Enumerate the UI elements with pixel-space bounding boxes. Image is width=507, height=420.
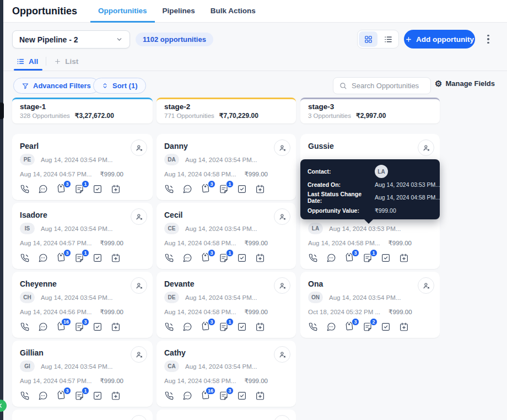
note-icon[interactable]: 3 — [219, 391, 229, 401]
call-icon[interactable] — [164, 184, 175, 195]
list-view-button[interactable] — [379, 31, 397, 47]
opportunity-card[interactable]: Devante DE Aug 14, 2024 03:54 PM... Aug … — [157, 272, 296, 338]
call-icon[interactable] — [20, 184, 30, 195]
task-icon[interactable] — [93, 184, 103, 195]
opportunity-card[interactable]: Ona ON Aug 14, 2024 03:54 PM... Oct 18, … — [300, 272, 440, 338]
tag-icon[interactable]: 3 — [56, 184, 67, 195]
note-icon[interactable]: 2 — [363, 322, 373, 332]
message-icon[interactable] — [182, 253, 193, 263]
message-icon[interactable] — [38, 322, 48, 332]
add-opportunity-button[interactable]: Add opportunity — [404, 30, 475, 49]
opportunity-card[interactable] — [12, 410, 153, 420]
task-icon[interactable] — [93, 322, 103, 332]
pipeline-selector[interactable]: New Pipeline - 2 — [12, 30, 130, 49]
opportunity-card[interactable]: Isadore IS Aug 14, 2024 03:54 PM... Aug … — [12, 203, 153, 269]
add-list-tab[interactable]: List — [50, 57, 83, 66]
call-icon[interactable] — [164, 253, 175, 263]
calendar-plus-icon[interactable] — [255, 184, 266, 195]
opportunity-card[interactable]: Danny DA Aug 14, 2024 03:54 PM... Aug 14… — [157, 134, 296, 200]
tag-icon[interactable]: 3 — [56, 253, 67, 263]
advanced-filters-button[interactable]: Advanced Filters — [13, 78, 99, 94]
note-icon[interactable]: 1 — [219, 253, 229, 263]
tab-pipelines[interactable]: Pipelines — [155, 0, 203, 23]
tab-all[interactable]: All — [12, 57, 42, 66]
assign-contact-button[interactable] — [418, 277, 434, 294]
tag-icon[interactable]: 3 — [344, 253, 355, 263]
manage-fields-button[interactable]: ⚙ Manage Fields — [435, 79, 495, 88]
task-icon[interactable] — [237, 391, 247, 401]
stage-count: 3 Opportunities — [308, 112, 351, 119]
task-icon[interactable] — [381, 322, 391, 332]
calendar-plus-icon[interactable] — [255, 322, 266, 332]
call-icon[interactable] — [308, 322, 319, 332]
task-icon[interactable] — [237, 184, 247, 195]
assign-contact-button[interactable] — [274, 346, 290, 363]
assign-contact-button[interactable] — [131, 277, 147, 294]
call-icon[interactable] — [164, 322, 175, 332]
sort-button[interactable]: Sort (1) — [93, 78, 146, 94]
assign-contact-button[interactable] — [418, 139, 434, 156]
opportunity-card[interactable]: Pearl PE Aug 14, 2024 03:54 PM... Aug 14… — [12, 134, 153, 200]
kebab-menu-icon[interactable] — [482, 32, 495, 46]
message-icon[interactable] — [326, 253, 337, 263]
assign-contact-button[interactable] — [274, 415, 290, 420]
note-icon[interactable]: 1 — [74, 184, 85, 195]
call-icon[interactable] — [20, 253, 30, 263]
calendar-plus-icon[interactable] — [111, 391, 121, 401]
call-icon[interactable] — [164, 391, 175, 401]
calendar-plus-icon[interactable] — [255, 391, 266, 401]
call-icon[interactable] — [20, 391, 30, 401]
tag-icon[interactable]: 16 — [56, 322, 67, 332]
note-icon[interactable]: 1 — [363, 253, 373, 263]
message-icon[interactable] — [38, 391, 48, 401]
note-icon[interactable]: 1 — [74, 391, 85, 401]
message-icon[interactable] — [182, 184, 193, 195]
assign-contact-button[interactable] — [274, 139, 290, 156]
tag-icon[interactable]: 3 — [201, 184, 211, 195]
message-icon[interactable] — [182, 391, 193, 401]
calendar-plus-icon[interactable] — [255, 253, 266, 263]
task-icon[interactable] — [93, 253, 103, 263]
calendar-plus-icon[interactable] — [399, 253, 409, 263]
assign-contact-button[interactable] — [274, 277, 290, 294]
message-icon[interactable] — [38, 253, 48, 263]
task-icon[interactable] — [237, 253, 247, 263]
opportunity-card[interactable]: Cheyenne CH Aug 14, 2024 03:54 PM... Aug… — [12, 272, 153, 338]
tag-icon[interactable]: 3 — [56, 391, 67, 401]
tab-opportunities[interactable]: Opportunities — [90, 0, 155, 23]
assign-contact-button[interactable] — [131, 346, 147, 363]
grid-view-button[interactable] — [359, 31, 377, 47]
sidebar-expand-button[interactable] — [0, 400, 7, 412]
call-icon[interactable] — [20, 322, 30, 332]
opportunity-card[interactable] — [157, 410, 296, 420]
note-icon[interactable]: 1 — [219, 184, 229, 195]
tag-icon[interactable]: 16 — [201, 391, 211, 401]
assign-contact-button[interactable] — [131, 139, 147, 156]
list-view-icon — [384, 35, 393, 44]
opportunity-card[interactable]: Gillian GI Aug 14, 2024 03:54 PM... Aug … — [12, 341, 153, 407]
assign-contact-button[interactable] — [274, 208, 290, 225]
calendar-plus-icon[interactable] — [111, 322, 121, 332]
search-input[interactable] — [352, 82, 423, 90]
assign-contact-button[interactable] — [131, 208, 147, 225]
message-icon[interactable] — [182, 322, 193, 332]
task-icon[interactable] — [381, 253, 391, 263]
note-icon[interactable]: 1 — [219, 322, 229, 332]
assign-contact-button[interactable] — [131, 415, 147, 420]
tag-icon[interactable]: 3 — [201, 322, 211, 332]
calendar-plus-icon[interactable] — [111, 253, 121, 263]
calendar-plus-icon[interactable] — [399, 322, 409, 332]
tag-icon[interactable]: 3 — [344, 322, 355, 332]
opportunity-card[interactable]: Cecil CE Aug 14, 2024 03:54 PM... Aug 14… — [157, 203, 296, 269]
call-icon[interactable] — [308, 253, 319, 263]
calendar-plus-icon[interactable] — [111, 184, 121, 195]
tag-icon[interactable]: 3 — [201, 253, 211, 263]
note-icon[interactable]: 3 — [74, 322, 85, 332]
message-icon[interactable] — [38, 184, 48, 195]
note-icon[interactable]: 1 — [74, 253, 85, 263]
opportunity-card[interactable]: Cathy CA Aug 14, 2024 03:54 PM... Aug 14… — [157, 341, 296, 407]
task-icon[interactable] — [237, 322, 247, 332]
task-icon[interactable] — [93, 391, 103, 401]
tab-bulk-actions[interactable]: Bulk Actions — [203, 0, 263, 23]
message-icon[interactable] — [326, 322, 337, 332]
